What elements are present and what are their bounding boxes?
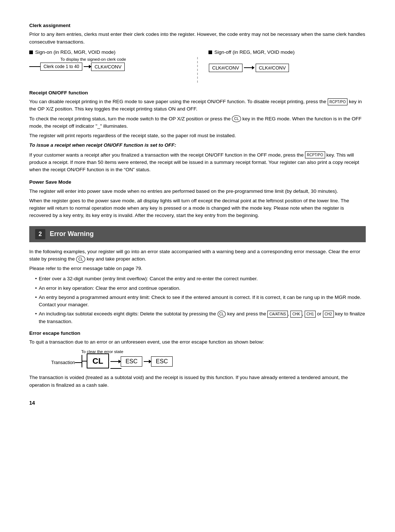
lower-h-line — [110, 368, 121, 369]
sign-diagrams-row: To display the signed-on clerk code Cler… — [29, 57, 366, 83]
sign-on-diagram: To display the signed-on clerk code Cler… — [29, 57, 186, 71]
cl-circle-1: CL — [232, 115, 241, 122]
diagram-main: Transaction — [51, 355, 366, 369]
arrowhead-esc12 — [149, 360, 151, 363]
receipt-para1: You can disable receipt printing in the … — [29, 98, 366, 113]
clerk-assignment-title: Clerk assignment — [29, 22, 366, 29]
transaction-col: Transaction — [51, 360, 82, 365]
sign-on-label: Sign-on (in REG, MGR, VOID mode) — [35, 49, 116, 55]
bullet-3: An entry beyond a programmed amount entr… — [35, 294, 366, 309]
clk-conv-key1: CLK#/CONV — [91, 63, 125, 71]
page-number: 14 — [29, 400, 35, 406]
h-branch-row — [82, 361, 87, 361]
arrowhead — [89, 65, 91, 68]
esc1-row: ESC ESC — [110, 356, 173, 367]
error-escape-para2: The transaction is voided (treated as a … — [29, 374, 366, 389]
error-bullet-list: Enter over a 32-digit number (entry limi… — [35, 275, 366, 325]
lower-branch — [110, 368, 173, 369]
fork-shape: CL — [82, 355, 109, 367]
error-para2: Please refer to the error message table … — [29, 265, 366, 272]
arrow-esc1-esc2 — [144, 361, 151, 362]
receipt-para3: The register will print reports regardle… — [29, 132, 366, 139]
clerk-code-box-wrapper: Clerk code 1 to 40 — [40, 63, 82, 71]
error-para1: In the following examples, your register… — [29, 248, 366, 263]
h-line-top — [82, 361, 87, 361]
receipt-italic-title: To issue a receipt when receipt ON/OFF f… — [29, 142, 366, 149]
arrow-to-esc1 — [110, 361, 121, 362]
receipt-para2: To check the receipt printing status, tu… — [29, 115, 366, 130]
error-escape-para1: To quit a transaction due to an error or… — [29, 338, 366, 346]
rcptpo-key2: RCPT/PO — [305, 151, 325, 158]
esc-side: ESC ESC — [110, 355, 173, 369]
sign-labels-row: Sign-on (in REG, MGR, VOID mode) Sign-of… — [29, 49, 366, 55]
transaction-label: Transaction — [51, 360, 75, 365]
bullet-1: Enter over a 32-digit number (entry limi… — [35, 275, 366, 282]
error-warning-header: 2 Error Warning — [29, 226, 366, 242]
clerk-assignment-section: Clerk assignment Prior to any item entri… — [29, 22, 366, 83]
cl-key: CL — [87, 353, 109, 368]
caatns-key: CA/AT/NS — [267, 311, 287, 318]
arrowhead-esc1 — [118, 360, 121, 363]
ch1-key: CH1 — [305, 311, 316, 318]
bullet-2: An error in key operation: Clear the err… — [35, 285, 366, 292]
cl-circle-2: CL — [76, 256, 85, 263]
v-line-top — [82, 355, 82, 361]
section-title: Error Warning — [50, 230, 94, 238]
error-warning-section: In the following examples, your register… — [29, 248, 366, 389]
power-save-section: Power Save Mode The register will enter … — [29, 179, 366, 219]
arrow-sign-off — [244, 67, 254, 68]
line-trans — [75, 362, 82, 363]
arrow-mid — [84, 66, 91, 67]
receipt-on-off-section: Receipt ON/OFF function You can disable … — [29, 89, 366, 174]
power-save-para2: When the register goes to the power save… — [29, 197, 366, 220]
sign-on-bullet — [29, 50, 33, 54]
cl-circle-3: CL — [218, 311, 226, 318]
sign-off-label-col: Sign-off (in REG, MGR, VOID mode) — [208, 49, 366, 55]
page-number-wrapper: 14 — [29, 400, 366, 406]
esc-key2: ESC — [151, 356, 173, 367]
display-label: To display the signed-on clerk code — [60, 57, 186, 61]
bullet-4: An including-tax subtotal exceeds eight … — [35, 310, 366, 325]
clk-conv-key2: CLK#/CONV — [209, 64, 242, 72]
power-save-title: Power Save Mode — [29, 179, 366, 186]
error-escape-section: Error escape function To quit a transact… — [29, 330, 366, 389]
cl-box-wrapper: CL — [87, 356, 109, 366]
chk-key: CHK — [290, 311, 302, 318]
clk-conv-key3: CLK#/CONV — [256, 64, 289, 72]
sign-on-label-col: Sign-on (in REG, MGR, VOID mode) — [29, 49, 187, 55]
error-escape-diagram: To clear the error state Transaction — [51, 349, 366, 369]
sign-off-bullet — [208, 50, 212, 54]
sign-off-diagram: CLK#/CONV CLK#/CONV — [209, 64, 366, 72]
error-escape-title: Error escape function — [29, 330, 366, 337]
to-clear-label: To clear the error state — [81, 349, 366, 354]
power-save-para1: The register will enter into power save … — [29, 188, 366, 195]
line-left — [29, 66, 40, 67]
esc-key1: ESC — [121, 356, 142, 367]
dashed-separator — [197, 57, 198, 83]
sign-off-label: Sign-off (in REG, MGR, VOID mode) — [214, 49, 295, 55]
rcptpo-key1: RCPT/PO — [328, 98, 347, 105]
v-line-bottom — [82, 361, 82, 367]
arrowhead2 — [252, 66, 255, 70]
clerk-code-box: Clerk code 1 to 40 — [40, 63, 82, 71]
receipt-title: Receipt ON/OFF function — [29, 89, 366, 97]
clerk-assignment-para1: Prior to any item entries, clerks must e… — [29, 31, 366, 46]
section-number: 2 — [35, 229, 45, 239]
vertical-lines — [82, 355, 87, 367]
receipt-para4: If your customer wants a receipt after y… — [29, 151, 366, 174]
top-branch: CL — [82, 355, 109, 367]
ch2-key: CH2 — [323, 311, 334, 318]
sign-on-flow: Clerk code 1 to 40 CLK#/CONV — [29, 63, 186, 71]
